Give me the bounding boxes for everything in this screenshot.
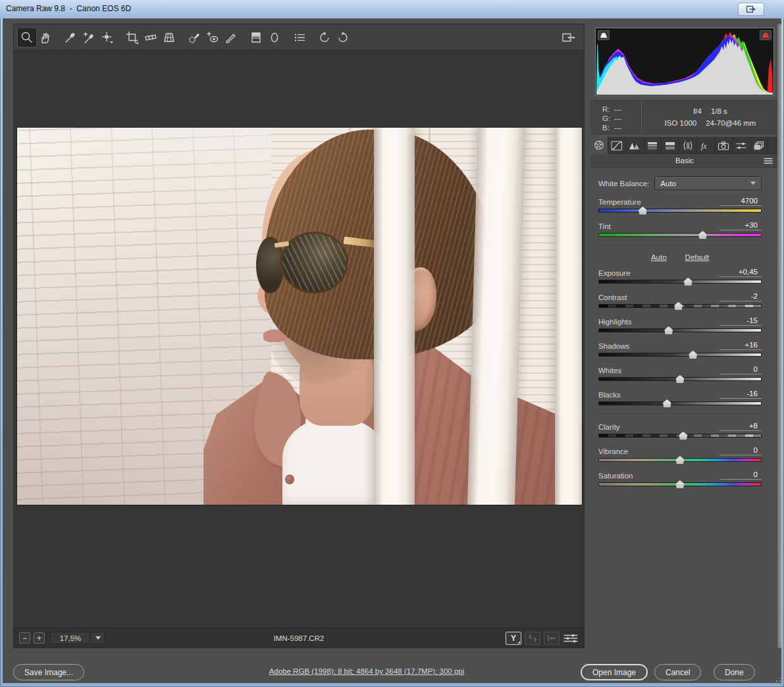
tab-presets[interactable] — [733, 137, 750, 154]
open-image-button[interactable]: Open Image — [581, 664, 648, 680]
slider-track[interactable] — [598, 209, 762, 213]
zoom-out-button[interactable]: − — [19, 632, 30, 644]
zoom-level-dropdown-button[interactable] — [91, 632, 105, 644]
slider-value-field[interactable]: 4700 — [719, 197, 762, 206]
snapshots-icon — [752, 140, 766, 151]
tab-detail[interactable] — [626, 137, 644, 154]
white-balance-select[interactable]: Auto — [654, 176, 762, 190]
zoom-in-button[interactable]: + — [34, 632, 45, 644]
shadow-clipping-icon — [600, 33, 608, 38]
slider-thumb[interactable] — [676, 480, 685, 488]
slider-value-field[interactable]: +0,45 — [719, 268, 762, 277]
slider-track[interactable] — [598, 401, 762, 405]
red-eye-removal-tool[interactable] — [203, 28, 222, 47]
slider-track[interactable] — [598, 280, 762, 284]
slider-value-field[interactable]: 0 — [719, 446, 762, 455]
copy-settings-button[interactable] — [544, 632, 560, 645]
white-balance-tool[interactable] — [61, 28, 80, 47]
tab-hsl-grayscale[interactable] — [644, 137, 662, 154]
preview-mode-toggle-button[interactable]: Y — [506, 632, 521, 645]
rotate-left-button[interactable] — [315, 28, 334, 47]
transform-tool[interactable] — [160, 28, 178, 47]
b-value: --- — [614, 123, 622, 132]
auto-link[interactable]: Auto — [651, 253, 667, 261]
slider-thumb[interactable] — [676, 456, 685, 464]
slider-thumb[interactable] — [639, 207, 647, 215]
exif-readout: f/41/8 s ISO 100024-70@46 mm — [642, 101, 779, 134]
aperture-value: f/4 — [693, 107, 702, 115]
cancel-button[interactable]: Cancel — [654, 664, 701, 680]
color-sampler-tool[interactable] — [80, 28, 98, 47]
tab-lens-corrections[interactable] — [679, 137, 697, 154]
graduated-filter-tool[interactable] — [247, 28, 265, 47]
resize-grip[interactable] — [772, 678, 781, 686]
slider-track[interactable] — [598, 377, 762, 381]
crop-tool[interactable] — [123, 28, 142, 47]
slider-thumb[interactable] — [664, 326, 673, 334]
b-label: B: — [602, 123, 614, 132]
hand-tool[interactable] — [36, 28, 55, 47]
slider-track[interactable] — [598, 233, 762, 237]
slider-label: Vibrance — [598, 447, 628, 455]
slider-thumb[interactable] — [676, 375, 685, 383]
panel-scrollbar[interactable] — [777, 24, 781, 648]
slider-track[interactable] — [598, 482, 762, 486]
swap-before-after-button[interactable] — [525, 632, 540, 645]
zoom-level-select[interactable]: 17,5% — [50, 632, 105, 644]
slider-value-field[interactable]: -15 — [719, 317, 762, 326]
panel-tabs: fx — [590, 137, 779, 154]
white-balance-value: Auto — [660, 180, 676, 188]
targeted-adjustment-tool[interactable] — [98, 28, 117, 47]
slider-thumb[interactable] — [698, 231, 707, 239]
tab-snapshots[interactable] — [750, 137, 768, 154]
radial-filter-tool[interactable] — [265, 28, 284, 47]
r-label: R: — [602, 105, 614, 114]
toggle-fullscreen-button[interactable] — [559, 28, 577, 47]
save-image-button[interactable]: Save Image... — [13, 664, 84, 680]
tab-basic[interactable] — [590, 137, 608, 154]
zoom-level-value[interactable]: 17,5% — [50, 632, 91, 644]
slider-thumb[interactable] — [689, 351, 697, 359]
tab-split-toning[interactable] — [662, 137, 679, 154]
zoom-tool[interactable] — [18, 28, 36, 47]
shadow-clipping-indicator[interactable] — [598, 30, 610, 40]
slider-value-field[interactable]: +30 — [719, 221, 762, 230]
slider-value-field[interactable]: +16 — [719, 341, 762, 350]
preferences-button[interactable] — [290, 28, 309, 47]
slider-track[interactable] — [598, 458, 762, 462]
workflow-options-link[interactable]: Adobe RGB (1998); 8 bit; 4864 by 3648 (1… — [269, 667, 465, 675]
slider-thumb[interactable] — [674, 302, 683, 310]
highlight-clipping-indicator[interactable] — [760, 30, 771, 40]
window-titlebar[interactable]: Camera Raw 9.8 - Canon EOS 6D — [0, 0, 784, 18]
slider-saturation: Saturation0 — [598, 471, 762, 486]
tab-tone-curve[interactable] — [608, 137, 626, 154]
preview-canvas: − + 17,5% IMN-5987.CR2 Y — [13, 24, 585, 648]
tab-camera-calibration[interactable] — [715, 137, 733, 154]
slider-track[interactable] — [598, 434, 762, 438]
slider-thumb[interactable] — [663, 399, 671, 407]
photo-white-bar-3 — [555, 128, 582, 505]
preview-image[interactable] — [17, 128, 582, 505]
dialog-body: − + 17,5% IMN-5987.CR2 Y — [3, 18, 781, 683]
slider-value-field[interactable]: 0 — [719, 471, 762, 480]
preview-preferences-button[interactable] — [563, 632, 579, 645]
done-button[interactable]: Done — [714, 664, 755, 680]
adjustment-brush-tool[interactable] — [222, 28, 240, 47]
divider — [598, 414, 762, 415]
slider-track[interactable] — [598, 353, 762, 357]
default-link[interactable]: Default — [685, 253, 709, 261]
slider-thumb[interactable] — [684, 278, 693, 286]
rotate-right-button[interactable] — [334, 28, 352, 47]
panel-menu-icon[interactable] — [763, 157, 773, 165]
slider-value-field[interactable]: -2 — [719, 292, 762, 301]
slider-value-field[interactable]: 0 — [719, 365, 762, 374]
tab-effects[interactable]: fx — [697, 137, 715, 154]
slider-thumb[interactable] — [679, 432, 687, 440]
slider-track[interactable] — [598, 328, 762, 332]
detach-window-button[interactable] — [738, 3, 764, 16]
straighten-tool[interactable] — [142, 28, 160, 47]
spot-removal-tool[interactable] — [185, 28, 203, 47]
slider-value-field[interactable]: +8 — [719, 422, 762, 431]
slider-track[interactable] — [598, 304, 762, 308]
slider-value-field[interactable]: -16 — [719, 390, 762, 399]
